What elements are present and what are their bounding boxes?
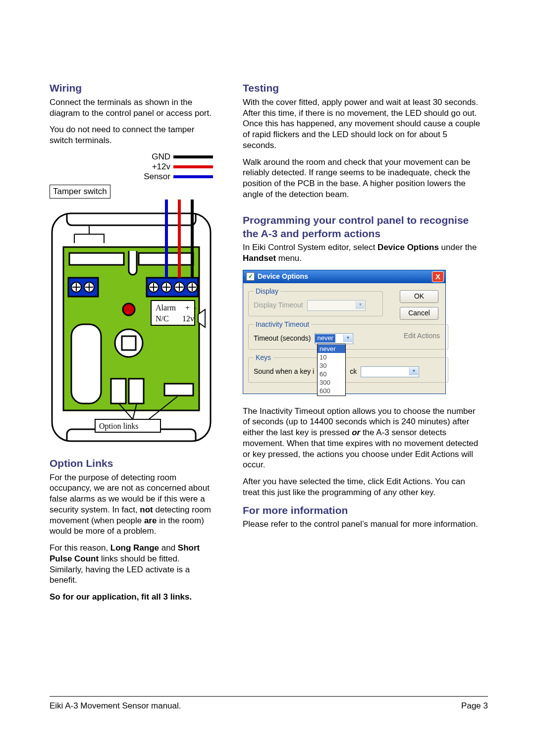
keys-group: Keys Sound when a key i ck ▾ (248, 353, 448, 383)
wiring-heading: Wiring (50, 82, 213, 95)
tamper-switch-label: Tamper switch (50, 185, 110, 199)
timeout-option[interactable]: never (318, 345, 345, 353)
timeout-option[interactable]: 60 (318, 370, 345, 378)
diagram-nc-text: N/C (156, 314, 169, 323)
inactivity-para-2: After you have selected the time, click … (243, 476, 483, 498)
option-links-box-text: Option links (99, 422, 139, 431)
chevron-down-icon: ▾ (343, 334, 352, 342)
timeout-option[interactable]: 600 (318, 387, 345, 395)
display-timeout-label: Display Timeout (254, 301, 303, 310)
option-links-para-1: For the purpose of detecting room occupa… (50, 472, 213, 537)
inactivity-group: Inactivity Timeout Edit Actions Timeout … (248, 320, 448, 350)
timeout-option[interactable]: 30 (318, 361, 345, 370)
chevron-down-icon: ▾ (409, 367, 418, 375)
footer-left: Eiki A-3 Movement Sensor manual. (50, 701, 181, 711)
timeout-option[interactable]: 300 (318, 378, 345, 387)
legend-gnd: GND (131, 152, 170, 162)
timeout-select[interactable]: never ▾ (315, 333, 353, 344)
option-links-para-2: For this reason, Long Range and Short Pu… (50, 543, 213, 586)
device-options-dialog: ✓ Device Options X OK Cancel Display Dis… (243, 270, 446, 394)
wiring-para-1: Connect the terminals as shown in the di… (50, 97, 213, 119)
dialog-titlebar[interactable]: ✓ Device Options X (243, 270, 445, 283)
wiring-para-2: You do not need to connect the tamper sw… (50, 124, 213, 146)
svg-rect-33 (122, 336, 136, 350)
svg-text:12v: 12v (182, 314, 194, 323)
svg-rect-35 (111, 379, 126, 403)
svg-point-28 (123, 303, 135, 315)
keys-sound-label-left: Sound when a key i (254, 367, 314, 376)
chevron-down-icon: ▾ (356, 301, 365, 309)
programming-heading: Programming your control panel to recogn… (243, 214, 483, 241)
footer-right: Page 3 (461, 701, 488, 711)
pcb-diagram-svg: Alarm N/C + - 12v (50, 200, 213, 447)
display-timeout-select[interactable]: ▾ (307, 300, 366, 311)
svg-rect-34 (71, 324, 101, 403)
12v-wire-icon (173, 165, 213, 168)
timeout-dropdown[interactable]: never 10 30 60 300 600 (317, 344, 346, 396)
keys-legend: Keys (254, 353, 273, 362)
dialog-title-check-icon: ✓ (246, 272, 255, 281)
sensor-wire-icon (173, 175, 213, 178)
programming-para-1: In Eiki Control System editor, select De… (243, 242, 483, 264)
ok-button[interactable]: OK (400, 290, 438, 303)
keys-sound-select[interactable]: ▾ (361, 366, 419, 377)
dialog-title: Device Options (258, 272, 308, 281)
legend-sensor: Sensor (131, 172, 170, 182)
timeout-label: Timeout (seconds) (254, 334, 311, 343)
testing-para-2: Walk around the room and check that your… (243, 157, 483, 200)
more-info-heading: For more information (243, 504, 483, 517)
cancel-button[interactable]: Cancel (400, 307, 438, 320)
svg-rect-37 (164, 384, 193, 396)
diagram-alarm-text: Alarm (156, 303, 176, 312)
inactivity-para-1: The Inactivity Timeout option allows you… (243, 406, 483, 471)
display-legend: Display (254, 287, 280, 296)
keys-sound-label-right: ck (350, 367, 357, 376)
svg-text:+  -: + - (185, 303, 196, 312)
testing-heading: Testing (243, 82, 483, 95)
more-info-para: Please refer to the control panel’s manu… (243, 519, 483, 530)
option-links-heading: Option Links (50, 457, 213, 470)
testing-para-1: With the cover fitted, apply power and w… (243, 97, 483, 151)
svg-rect-36 (129, 379, 144, 403)
inactivity-legend: Inactivity Timeout (254, 320, 311, 329)
timeout-option[interactable]: 10 (318, 353, 345, 361)
gnd-wire-icon (173, 155, 213, 158)
wiring-diagram: GND +12v Sensor Tamper switch (50, 152, 213, 447)
option-links-para-3: So for our application, fit all 3 links. (50, 592, 213, 603)
display-group: Display Display Timeout ▾ (248, 287, 383, 316)
svg-rect-3 (69, 253, 124, 265)
dialog-close-button[interactable]: X (432, 271, 444, 282)
legend-12v: +12v (131, 162, 170, 172)
